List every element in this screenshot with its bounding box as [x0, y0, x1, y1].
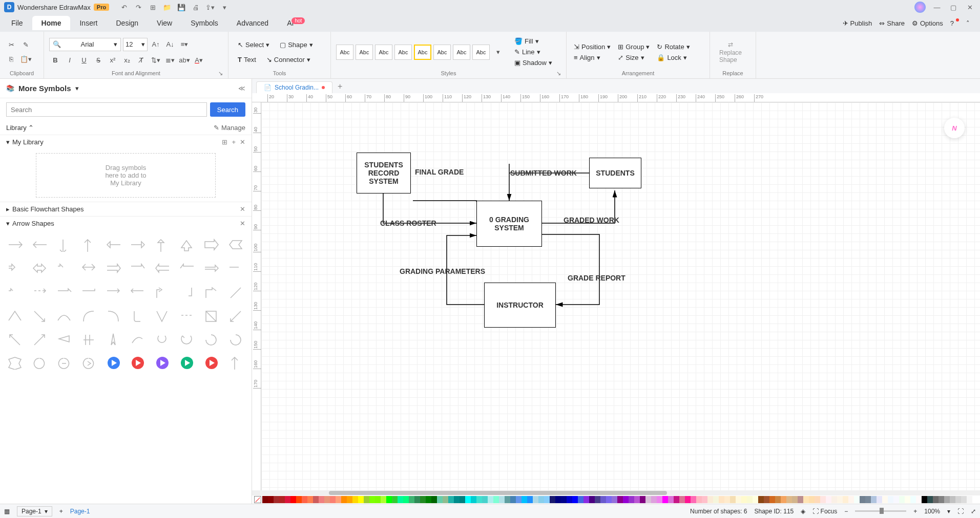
color-swatch[interactable]	[482, 496, 488, 503]
color-swatch[interactable]	[803, 496, 809, 503]
color-swatch[interactable]	[443, 496, 448, 503]
node-instructor[interactable]: INSTRUCTOR	[484, 283, 556, 328]
grow-font-icon[interactable]: A↑	[150, 38, 162, 51]
strike-icon[interactable]: S̶	[92, 54, 105, 67]
fill-dropdown[interactable]: 🪣 Fill▾	[512, 36, 554, 46]
close-section-icon[interactable]: ✕	[240, 205, 245, 213]
color-swatch[interactable]	[600, 496, 606, 503]
color-swatch[interactable]	[398, 496, 403, 503]
color-swatch[interactable]	[753, 496, 758, 503]
style-swatch[interactable]: Abc	[336, 45, 353, 60]
page-tab[interactable]: Page-1	[70, 508, 90, 515]
canvas[interactable]: STUDENTS RECORD SYSTEM STUDENTS 0 GRADIN…	[261, 102, 980, 490]
color-swatch[interactable]	[837, 496, 843, 503]
close-section-icon[interactable]: ✕	[240, 220, 245, 227]
shadow-dropdown[interactable]: ▣ Shadow▾	[512, 58, 554, 68]
color-swatch[interactable]	[781, 496, 786, 503]
color-swatch[interactable]	[341, 496, 347, 503]
color-swatch[interactable]	[420, 496, 426, 503]
color-swatch[interactable]	[961, 496, 967, 503]
color-swatch[interactable]	[414, 496, 420, 503]
export-icon[interactable]: ⇪▾	[205, 3, 215, 12]
arrow-shape[interactable]	[127, 329, 150, 350]
arrow-shape[interactable]	[29, 305, 51, 327]
color-swatch[interactable]	[612, 496, 617, 503]
color-swatch[interactable]	[809, 496, 815, 503]
color-swatch[interactable]	[550, 496, 555, 503]
color-swatch[interactable]	[336, 496, 341, 503]
arrow-shape[interactable]	[200, 282, 223, 303]
color-swatch[interactable]	[645, 496, 651, 503]
arrow-shape[interactable]	[29, 329, 51, 350]
color-swatch[interactable]	[279, 496, 285, 503]
color-swatch[interactable]	[352, 496, 358, 503]
color-swatch[interactable]	[927, 496, 933, 503]
italic-icon[interactable]: I	[64, 54, 76, 67]
focus-button[interactable]: ⛶ Focus	[812, 508, 837, 515]
color-swatch[interactable]	[302, 496, 307, 503]
color-swatch[interactable]	[972, 496, 978, 503]
arrow-shape[interactable]	[53, 305, 76, 327]
color-swatch[interactable]	[899, 496, 905, 503]
collapse-ribbon-icon[interactable]: ˄	[966, 19, 970, 27]
add-tab-button[interactable]: +	[332, 80, 347, 93]
arrow-shape[interactable]	[4, 234, 27, 256]
undo-icon[interactable]: ↶	[119, 3, 129, 12]
help-icon[interactable]: ?	[950, 19, 959, 27]
color-swatch[interactable]	[285, 496, 290, 503]
node-grading-system[interactable]: 0 GRADING SYSTEM	[476, 201, 542, 247]
arrow-shape[interactable]	[102, 352, 125, 374]
color-swatch[interactable]	[364, 496, 369, 503]
color-swatch[interactable]	[386, 496, 392, 503]
arrow-shape[interactable]	[225, 329, 247, 350]
arrow-shape[interactable]	[29, 234, 51, 256]
color-swatch[interactable]	[916, 496, 922, 503]
style-swatch[interactable]: Abc	[394, 45, 412, 60]
size-dropdown[interactable]: ⤢ Size▾	[616, 53, 652, 62]
arrow-shape[interactable]	[200, 234, 223, 256]
color-swatch[interactable]	[290, 496, 296, 503]
arrow-shape[interactable]	[102, 258, 125, 279]
color-swatch[interactable]	[702, 496, 707, 503]
new-lib-icon[interactable]: ⊞	[222, 138, 227, 146]
arrow-shape[interactable]	[225, 234, 247, 256]
arrow-shape[interactable]	[225, 305, 247, 327]
line-dropdown[interactable]: ✎ Line▾	[512, 47, 554, 57]
arrow-shape[interactable]	[176, 258, 198, 279]
open-icon[interactable]: 📁	[162, 3, 172, 12]
arrow-shape[interactable]	[29, 352, 51, 374]
color-swatch[interactable]	[724, 496, 730, 503]
color-swatch[interactable]	[488, 496, 493, 503]
line-spacing-icon[interactable]: ⇅▾	[150, 54, 162, 67]
arrow-shape[interactable]	[78, 329, 100, 350]
shape-tool[interactable]: ▢ Shape▾	[276, 39, 317, 51]
drop-zone[interactable]: Drag symbols here to add to My Library	[36, 153, 216, 198]
arrow-shape[interactable]	[176, 234, 198, 256]
replace-shape-button[interactable]: ⇄Replace Shape	[715, 39, 746, 66]
new-icon[interactable]: ⊞	[148, 3, 157, 12]
zoom-slider[interactable]	[855, 510, 906, 512]
search-input[interactable]	[6, 102, 207, 117]
options-button[interactable]: ⚙ Options	[912, 19, 943, 27]
color-swatch[interactable]	[668, 496, 674, 503]
label-grade-report[interactable]: GRADE REPORT	[568, 274, 625, 282]
font-select[interactable]: 🔍 Arial▾	[49, 38, 121, 51]
color-swatch[interactable]	[572, 496, 578, 503]
color-swatch[interactable]	[854, 496, 860, 503]
shrink-font-icon[interactable]: A↓	[164, 38, 176, 51]
color-swatch[interactable]	[910, 496, 916, 503]
arrow-shape[interactable]	[127, 352, 150, 374]
tab-home[interactable]: Home	[32, 16, 71, 30]
style-more-icon[interactable]: ▾	[492, 46, 504, 58]
close-icon[interactable]: ✕	[964, 1, 976, 13]
color-swatch[interactable]	[471, 496, 476, 503]
arrow-shape[interactable]	[4, 305, 27, 327]
arrow-shape[interactable]	[4, 352, 27, 374]
color-swatch[interactable]	[262, 496, 268, 503]
color-swatch[interactable]	[707, 496, 713, 503]
font-color-icon[interactable]: A▾	[193, 54, 205, 67]
color-swatch[interactable]	[561, 496, 567, 503]
node-students-record-system[interactable]: STUDENTS RECORD SYSTEM	[357, 153, 411, 193]
color-swatch[interactable]	[381, 496, 386, 503]
maximize-icon[interactable]: ▢	[947, 1, 960, 13]
